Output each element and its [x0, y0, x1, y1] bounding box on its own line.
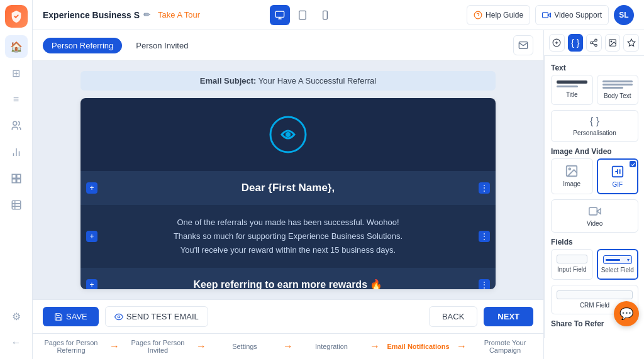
body-line-2: Thanks so much for supporting Experience…: [106, 229, 470, 243]
save-label: SAVE: [66, 312, 87, 321]
sidebar-item-settings[interactable]: ⚙: [5, 305, 28, 328]
image-video-widgets: Image GIF: [551, 158, 638, 194]
email-body-section[interactable]: + One of the referrals you made has been…: [80, 205, 496, 268]
select-field-widget[interactable]: ▾ Select Field: [597, 249, 639, 280]
subject-label: Email Subject:: [200, 76, 257, 86]
app-title-text: Experience Business S: [43, 10, 140, 20]
tabs-bar: Person Referring Person Invited: [33, 30, 543, 61]
help-guide-button[interactable]: Help Guide: [467, 5, 530, 25]
send-test-email-button[interactable]: SEND TEST EMAIL: [105, 306, 208, 327]
sidebar-item-box[interactable]: [5, 167, 28, 190]
nav-arrow-4: →: [457, 341, 467, 352]
email-preview-btn[interactable]: [513, 35, 533, 55]
save-button[interactable]: SAVE: [43, 307, 99, 326]
help-label: Help Guide: [486, 11, 523, 19]
body-handle-right[interactable]: ⋮: [479, 231, 490, 242]
svg-point-0: [13, 121, 16, 125]
personalisation-widget[interactable]: { } Personalisation: [551, 110, 638, 142]
add-element-btn[interactable]: [549, 34, 565, 52]
image-video-title: Image And Video: [551, 147, 638, 156]
braces-btn[interactable]: { }: [568, 34, 584, 52]
cta-handle-right[interactable]: ⋮: [479, 279, 490, 289]
gif-icon: [611, 165, 625, 179]
nav-step-person-referring[interactable]: Pages for Person Referring: [33, 339, 109, 354]
svg-point-25: [118, 316, 120, 318]
canvas-area: Email Subject: Your Have A Successful Re…: [33, 61, 543, 299]
email-body: + Dear {First Name}, ⋮ + One of the refe…: [80, 98, 496, 289]
nav-step-1-label: Pages for Person Invited: [125, 339, 191, 354]
crm-field-bar: [554, 290, 635, 299]
share-btn[interactable]: [586, 34, 602, 52]
star-btn[interactable]: [623, 34, 639, 52]
back-button[interactable]: BACK: [429, 306, 477, 327]
input-field-widget[interactable]: Input Field: [551, 249, 593, 280]
take-tour-link[interactable]: Take A Tour: [158, 10, 200, 19]
image-widget[interactable]: Image: [551, 158, 593, 194]
sidebar-item-layers[interactable]: ⊞: [5, 62, 28, 84]
edit-title-icon[interactable]: ✏: [143, 10, 150, 19]
body-handle-left[interactable]: +: [86, 231, 97, 242]
nav-arrow-3: →: [370, 341, 380, 352]
title-widget-label: Title: [566, 91, 578, 98]
svg-rect-4: [12, 174, 16, 178]
tablet-device-btn[interactable]: [292, 5, 313, 25]
cta-handle-left[interactable]: +: [86, 279, 97, 289]
bottom-nav: Pages for Person Referring → Pages for P…: [33, 333, 543, 359]
mobile-device-btn[interactable]: [315, 5, 335, 25]
image-video-section: Image And Video Image: [551, 147, 638, 194]
nav-step-promote[interactable]: Promote Your Campaign: [467, 339, 543, 354]
tab-person-referring[interactable]: Person Referring: [43, 38, 122, 53]
cta-text: Keep referring to earn more rewards 🔥: [194, 279, 383, 289]
svg-rect-8: [12, 201, 21, 209]
nav-step-integration[interactable]: Integration: [293, 343, 370, 350]
desktop-device-btn[interactable]: [270, 5, 290, 25]
sidebar-item-home[interactable]: 🏠: [5, 35, 28, 58]
title-widget[interactable]: Title: [551, 75, 593, 105]
sidebar-item-arrow[interactable]: ←: [5, 331, 28, 354]
media-btn[interactable]: [605, 34, 621, 52]
user-avatar[interactable]: SL: [614, 5, 634, 25]
next-button[interactable]: NEXT: [484, 307, 533, 326]
gif-widget[interactable]: GIF: [597, 158, 639, 194]
device-selector: [270, 5, 335, 25]
nav-step-0-label: Pages for Person Referring: [38, 339, 104, 354]
nav-step-settings[interactable]: Settings: [206, 343, 283, 350]
svg-rect-7: [16, 179, 20, 183]
body-line-1: One of the referrals you made has been s…: [106, 216, 470, 229]
editor-panel: Person Referring Person Invited Email Su…: [33, 30, 543, 359]
greeting-handle-left[interactable]: +: [86, 182, 97, 194]
nav-step-2-label: Settings: [232, 343, 257, 350]
header-actions: Help Guide Video Support SL: [467, 5, 634, 25]
email-header-logo: [80, 98, 496, 171]
email-greeting-section[interactable]: + Dear {First Name}, ⋮: [80, 171, 496, 205]
sidebar-item-users[interactable]: [5, 114, 28, 137]
nav-arrow-2: →: [283, 341, 293, 352]
email-cta-section[interactable]: + Keep referring to earn more rewards 🔥 …: [80, 268, 496, 289]
nav-step-email-notifications[interactable]: Email Notifications: [380, 343, 457, 350]
main-content: Experience Business S ✏ Take A Tour: [33, 0, 644, 359]
svg-rect-41: [589, 207, 597, 215]
app-logo[interactable]: [5, 5, 28, 28]
svg-rect-15: [299, 11, 306, 19]
tab-person-invited[interactable]: Person Invited: [127, 38, 197, 53]
nav-step-3-label: Integration: [315, 343, 348, 350]
personalisation-label: Personalisation: [573, 130, 616, 136]
sidebar-item-stack[interactable]: ≡: [5, 88, 28, 111]
svg-rect-12: [275, 11, 284, 17]
fields-widgets: Input Field ▾ Select Field: [551, 249, 638, 280]
sidebar-item-chart[interactable]: [5, 141, 28, 163]
nav-arrow-0: →: [109, 341, 119, 352]
svg-line-32: [592, 43, 595, 45]
greeting-handle-right[interactable]: ⋮: [479, 182, 490, 194]
fields-title: Fields: [551, 238, 638, 246]
video-support-button[interactable]: Video Support: [535, 5, 609, 25]
chat-bubble[interactable]: 💬: [614, 301, 639, 326]
svg-line-33: [592, 41, 595, 42]
sidebar-item-grid[interactable]: [5, 194, 28, 216]
svg-point-31: [595, 44, 597, 47]
top-header: Experience Business S ✏ Take A Tour: [33, 0, 644, 30]
body-text-widget[interactable]: Body Text: [597, 75, 639, 105]
video-widget[interactable]: Video: [551, 199, 638, 233]
brand-logo-svg: [269, 116, 307, 153]
nav-step-person-invited[interactable]: Pages for Person Invited: [119, 339, 196, 354]
